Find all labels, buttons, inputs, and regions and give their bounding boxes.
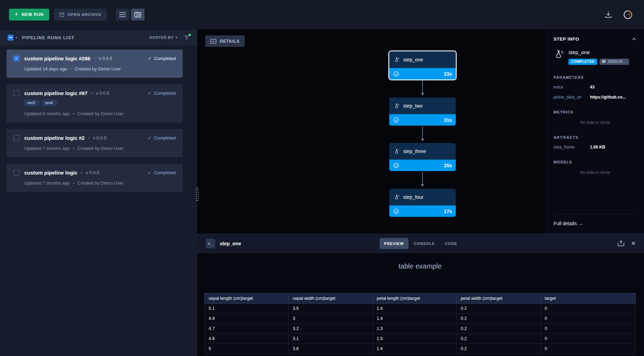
full-details-link[interactable]: Full details → bbox=[554, 221, 583, 226]
pipeline-run-card[interactable]: custom pipeline logic #2 v 0.0.5 ✓ Compl… bbox=[7, 129, 183, 157]
check-circle-icon bbox=[393, 162, 399, 169]
select-all-checkbox[interactable] bbox=[8, 35, 14, 41]
dag-node-step-one[interactable]: step_one 23s bbox=[389, 51, 456, 79]
details-label: DETAILS bbox=[220, 39, 240, 44]
status-check-icon: ✓ bbox=[148, 135, 151, 141]
run-version: v 0.0.5 bbox=[86, 170, 99, 175]
new-run-button[interactable]: + NEW RUN bbox=[9, 9, 49, 20]
run-meta-row: Updated 6 months ago Created by Demo Use… bbox=[14, 111, 176, 116]
preview-table: sepal length (cm)target sepal width (cm)… bbox=[204, 293, 636, 354]
tab-console[interactable]: CONSOLE bbox=[409, 238, 440, 249]
close-button[interactable]: ✕ bbox=[631, 240, 636, 247]
run-status: ✓ Completed bbox=[148, 170, 176, 175]
status-label: Completed bbox=[154, 91, 176, 96]
parameters-section-title: PARAMETERS bbox=[554, 75, 636, 79]
run-checkbox[interactable] bbox=[14, 170, 19, 176]
step-badges: COMPLETED ID 30832c35 ... bbox=[568, 59, 629, 65]
dag-node-step-two[interactable]: step_two 31s bbox=[389, 98, 456, 126]
id-badge[interactable]: ID 30832c35 ... bbox=[600, 59, 629, 65]
dag-node-step-three[interactable]: step_three 25s bbox=[389, 143, 456, 171]
id-label: ID bbox=[602, 60, 606, 64]
table-header-cell: sepal length (cm)target bbox=[205, 294, 289, 304]
sorted-by-label: SORTED BY bbox=[149, 35, 174, 40]
avatar-button[interactable] bbox=[620, 7, 635, 22]
filter-button[interactable] bbox=[184, 35, 190, 40]
node-status-bar: 23s bbox=[389, 68, 456, 79]
upper-area: DETAILS step_one bbox=[197, 29, 644, 234]
open-in-new-icon bbox=[618, 240, 624, 246]
pipeline-run-card[interactable]: ✓ custom pipeline logic #286 v 0.0.5 ✓ C… bbox=[7, 50, 183, 78]
open-in-new-button[interactable] bbox=[618, 240, 624, 246]
dot-separator bbox=[81, 172, 82, 173]
sorted-by-dropdown[interactable]: SORTED BY ▾ bbox=[149, 35, 177, 40]
parameter-row: extra 43 bbox=[554, 85, 636, 90]
parameter-value: https://github.co... bbox=[590, 95, 636, 100]
runs-list-title: PIPELINE RUNS LIST bbox=[22, 35, 75, 40]
step-info-footer: Full details → bbox=[554, 214, 636, 227]
step-icon bbox=[554, 49, 564, 65]
node-name: step_four bbox=[403, 194, 423, 200]
pipeline-graph-area[interactable]: DETAILS step_one bbox=[197, 29, 546, 234]
details-icon bbox=[210, 39, 216, 44]
models-empty-state: No data to show bbox=[554, 170, 636, 175]
run-checkbox[interactable]: ✓ bbox=[14, 56, 19, 61]
run-checkbox[interactable] bbox=[14, 90, 19, 96]
table-cell: 4.9 bbox=[205, 314, 289, 324]
table-row: 4.9 3 1.4 0.2 0 bbox=[205, 314, 636, 324]
table-cell: 3.5 bbox=[289, 304, 373, 314]
run-meta-row: Updated 14 days ago Created by Demo User bbox=[14, 66, 176, 71]
status-check-icon: ✓ bbox=[148, 91, 151, 96]
table-cell: 0.2 bbox=[457, 314, 541, 324]
node-status-bar: 17s bbox=[389, 205, 456, 217]
metrics-section-title: METRICS bbox=[554, 110, 636, 114]
table-cell: 0 bbox=[541, 324, 636, 334]
artifacts-section-title: ARTIFACTS bbox=[554, 135, 636, 139]
status-label: Completed bbox=[154, 170, 176, 175]
download-button[interactable] bbox=[601, 7, 616, 22]
split-view-button[interactable] bbox=[131, 9, 145, 20]
artifact-value: 1.06 KB bbox=[590, 145, 636, 150]
table-cell: 0.2 bbox=[457, 304, 541, 314]
pipeline-runs-sidebar: ▾ PIPELINE RUNS LIST SORTED BY ▾ bbox=[0, 29, 197, 356]
tab-code[interactable]: CODE bbox=[441, 238, 462, 249]
tag-badge[interactable]: rev4 bbox=[42, 100, 57, 106]
node-header: step_two bbox=[389, 98, 456, 114]
collapse-panel-button[interactable] bbox=[632, 37, 636, 41]
step-identity-row: step_one COMPLETED ID 30832c35 ... bbox=[554, 49, 636, 65]
pipeline-run-card[interactable]: custom pipeline logic #97 v 0.0.5 ✓ Comp… bbox=[7, 84, 183, 122]
select-all-caret-icon[interactable]: ▾ bbox=[16, 36, 17, 39]
run-updated: Updated 7 months ago bbox=[24, 180, 70, 186]
parameter-key: extra bbox=[554, 85, 590, 90]
details-button[interactable]: DETAILS bbox=[205, 35, 245, 47]
check-circle-icon bbox=[393, 71, 399, 77]
dag-node-step-four[interactable]: step_four 17s bbox=[389, 189, 456, 217]
tag-badge[interactable]: rev3 bbox=[24, 100, 40, 106]
runs-list: ✓ custom pipeline logic #286 v 0.0.5 ✓ C… bbox=[0, 45, 197, 356]
run-card-main-row: custom pipeline logic #2 v 0.0.5 ✓ Compl… bbox=[14, 135, 176, 141]
step-name: step_one bbox=[568, 49, 590, 55]
panel-resize-handle[interactable] bbox=[195, 187, 199, 202]
terminal-icon: >_ bbox=[206, 239, 215, 248]
plus-icon: + bbox=[15, 11, 18, 17]
main-area: DETAILS step_one bbox=[197, 29, 644, 356]
run-status: ✓ Completed bbox=[148, 91, 176, 96]
table-row: 4.6 3.1 1.5 0.2 0 bbox=[205, 334, 636, 344]
run-card-main-row: ✓ custom pipeline logic #286 v 0.0.5 ✓ C… bbox=[14, 56, 176, 61]
dag-edge-arrow bbox=[422, 80, 423, 95]
table-view-button[interactable] bbox=[116, 9, 129, 20]
run-tags: rev3 rev4 bbox=[14, 100, 176, 106]
run-version: v 0.0.5 bbox=[99, 56, 112, 61]
step-info-panel: STEP INFO step_one bbox=[546, 29, 644, 234]
open-archive-button[interactable]: OPEN ARCHIVE bbox=[54, 9, 107, 20]
pipeline-run-card[interactable]: custom pipeline logic v 0.0.5 ✓ Complete… bbox=[7, 164, 183, 192]
id-value: 30832c35 ... bbox=[608, 60, 627, 64]
table-cell: 0 bbox=[541, 334, 636, 344]
models-section-title: MODELS bbox=[554, 160, 636, 164]
tab-preview[interactable]: PREVIEW bbox=[380, 238, 408, 249]
run-checkbox[interactable] bbox=[14, 135, 19, 141]
run-created-by: Created by Demo User bbox=[78, 180, 124, 186]
node-duration: 23s bbox=[444, 71, 452, 77]
table-cell: 0 bbox=[541, 304, 636, 314]
parameter-value: 43 bbox=[590, 85, 636, 90]
step-preview-panel: >_ step_one PREVIEW CONSOLE CODE bbox=[197, 234, 644, 356]
